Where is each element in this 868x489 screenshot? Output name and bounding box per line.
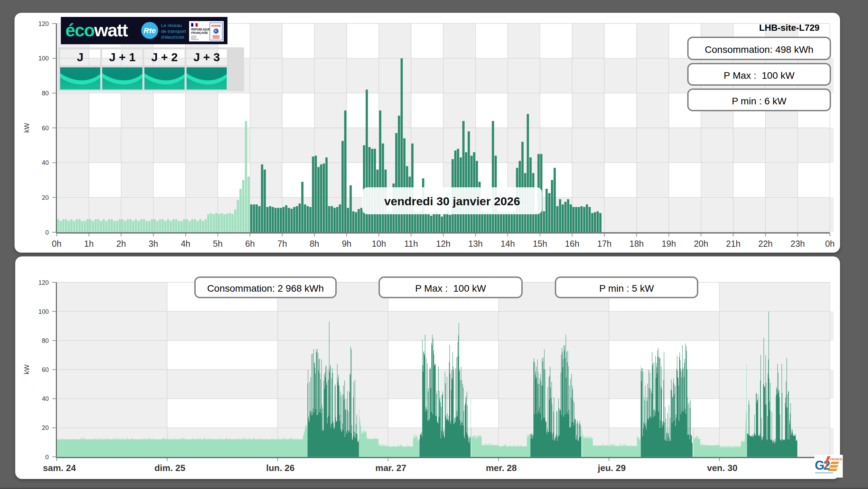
svg-text:22h: 22h [758,239,773,248]
svg-text:dim. 25: dim. 25 [155,463,186,473]
svg-text:1h: 1h [84,239,94,248]
svg-text:P Max : 100 kW: P Max : 100 kW [724,70,795,81]
svg-text:FRANÇAISE: FRANÇAISE [191,31,208,35]
svg-text:7h: 7h [277,239,287,248]
svg-text:ADEME: ADEME [211,24,221,27]
svg-text:3h: 3h [149,239,158,248]
svg-text:kW: kW [23,364,30,374]
svg-text:J + 2: J + 2 [151,50,178,64]
svg-text:60: 60 [42,125,49,132]
svg-text:0h: 0h [52,239,62,248]
svg-text:40: 40 [42,395,49,402]
svg-text:100: 100 [38,308,49,315]
svg-text:Le réseau: Le réseau [161,23,182,28]
svg-text:6h: 6h [245,239,255,248]
svg-text:LHB-site-L729: LHB-site-L729 [759,22,820,33]
svg-text:P min : 6 kW: P min : 6 kW [732,96,787,106]
svg-text:mer. 28: mer. 28 [486,463,517,473]
svg-text:60: 60 [42,366,49,373]
svg-text:11h: 11h [404,239,418,248]
svg-text:J + 1: J + 1 [109,50,136,64]
svg-text:12h: 12h [436,239,451,248]
svg-text:J + 3: J + 3 [194,50,220,64]
svg-text:2h: 2h [116,239,126,248]
svg-text:20: 20 [42,424,49,431]
svg-text:Consommation: 2 968 kWh: Consommation: 2 968 kWh [207,283,324,294]
svg-text:vendredi 30 janvier 2026: vendredi 30 janvier 2026 [384,195,520,208]
svg-text:20: 20 [42,194,49,201]
svg-text:13h: 13h [468,239,483,248]
svg-text:14h: 14h [501,239,515,248]
svg-text:ven. 30: ven. 30 [707,463,737,473]
svg-text:8h: 8h [310,239,319,248]
svg-text:Consommation: 498 kWh: Consommation: 498 kWh [705,44,813,55]
svg-text:80: 80 [42,337,49,344]
svg-text:120: 120 [38,279,49,286]
svg-text:100: 100 [38,55,49,62]
svg-text:18h: 18h [629,239,644,248]
svg-text:10h: 10h [372,239,386,248]
svg-text:80: 80 [42,90,49,97]
svg-text:4h: 4h [181,239,190,248]
svg-text:0: 0 [45,229,49,236]
svg-text:Rte: Rte [143,26,156,35]
svg-text:lun. 26: lun. 26 [266,463,295,473]
svg-text:0h: 0h [825,239,835,248]
svg-text:mar. 27: mar. 27 [375,463,407,473]
svg-text:d'électricité: d'électricité [161,35,184,40]
svg-text:J: J [77,50,84,64]
svg-text:RÉPUBLIQUE: RÉPUBLIQUE [191,28,210,31]
svg-text:20h: 20h [694,239,708,248]
svg-text:P Max : 100 kW: P Max : 100 kW [415,283,486,294]
svg-text:120: 120 [38,20,49,27]
svg-text:19h: 19h [662,239,676,248]
svg-text:kW: kW [23,123,30,133]
svg-text:40: 40 [42,159,49,166]
svg-text:21h: 21h [726,239,740,248]
svg-text:jeu. 29: jeu. 29 [597,463,626,473]
svg-text:sam. 24: sam. 24 [43,463,76,473]
svg-text:16h: 16h [565,239,579,248]
svg-text:P min : 5 kW: P min : 5 kW [599,283,654,294]
svg-text:FRANCE: FRANCE [830,458,842,461]
svg-text:de transport: de transport [161,29,186,34]
svg-text:0: 0 [45,454,49,461]
svg-text:5h: 5h [213,239,223,248]
svg-text:9h: 9h [342,239,352,248]
svg-text:Fraternité: Fraternité [191,38,199,40]
svg-text:15h: 15h [533,239,547,248]
svg-text:23h: 23h [791,239,805,248]
svg-text:17h: 17h [597,239,612,248]
svg-text:écowatt: écowatt [65,20,128,40]
